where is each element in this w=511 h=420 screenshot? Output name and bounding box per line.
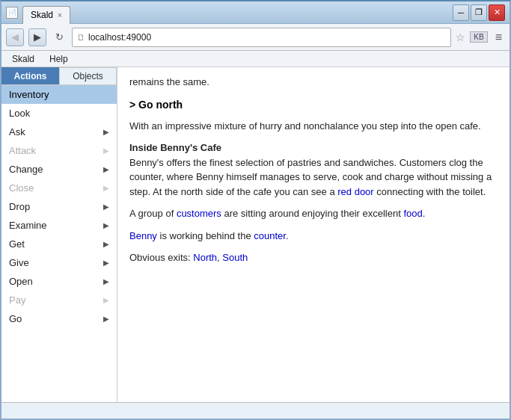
go-north-heading: > Go north [129, 97, 498, 113]
bookmark-star-button[interactable]: ☆ [456, 31, 465, 43]
arrow-icon: ▶ [103, 277, 109, 285]
arrow-icon: ▶ [103, 128, 109, 136]
refresh-button[interactable]: ↻ [51, 29, 67, 46]
menu-help[interactable]: Help [42, 52, 76, 66]
arrow-icon: ▶ [103, 165, 109, 173]
location-name: Inside Benny's Cafe [129, 142, 221, 153]
sidebar: Actions Objects Inventory Look Ask ▶ Att… [1, 67, 117, 402]
sidebar-item-go[interactable]: Go ▶ [1, 309, 117, 328]
sidebar-item-drop[interactable]: Drop ▶ [1, 197, 117, 216]
browser-menu-button[interactable]: ≡ [492, 31, 505, 44]
sidebar-item-ask[interactable]: Ask ▶ [1, 123, 117, 141]
tab-label: Skald [31, 10, 53, 20]
paragraph-exits: Obvious exits: North, South [129, 250, 498, 265]
sidebar-item-examine[interactable]: Examine ▶ [1, 216, 117, 235]
arrow-icon: ▶ [103, 184, 109, 192]
tab-objects[interactable]: Objects [59, 67, 117, 84]
kb-button[interactable]: KB [470, 31, 487, 43]
north-exit-link[interactable]: North [193, 252, 217, 263]
paragraph-customers: A group of customers are sitting around … [129, 206, 498, 221]
restore-button[interactable]: ❐ [471, 4, 487, 21]
arrow-icon: ▶ [103, 315, 109, 323]
sidebar-item-inventory[interactable]: Inventory [1, 85, 117, 104]
window-tab[interactable]: Skald × [22, 6, 70, 24]
food-link[interactable]: food [403, 208, 422, 219]
benny-link[interactable]: Benny [129, 230, 157, 241]
counter-link[interactable]: counter [254, 230, 286, 241]
sidebar-item-pay: Pay ▶ [1, 291, 117, 309]
intro-tail: remains the same. [129, 75, 498, 90]
sidebar-item-open[interactable]: Open ▶ [1, 272, 117, 291]
sidebar-item-close: Close ▶ [1, 179, 117, 197]
arrow-icon: ▶ [103, 296, 109, 304]
tab-actions[interactable]: Actions [1, 67, 59, 84]
sidebar-item-look[interactable]: Look [1, 104, 117, 123]
paragraph-benny: Benny is working behind the counter. [129, 229, 498, 244]
forward-button[interactable]: ▶ [28, 28, 46, 46]
url-bar[interactable]: 🗋 localhost:49000 [72, 28, 451, 47]
south-exit-link[interactable]: South [222, 252, 248, 263]
paragraph-arrival: With an impressive mixture of hurry and … [129, 119, 498, 134]
sidebar-item-change[interactable]: Change ▶ [1, 160, 117, 179]
arrow-icon: ▶ [103, 203, 109, 211]
close-button[interactable]: ✕ [489, 4, 505, 21]
menu-skald[interactable]: Skald [4, 52, 42, 66]
sidebar-item-get[interactable]: Get ▶ [1, 235, 117, 253]
url-text: localhost:49000 [88, 32, 446, 43]
tab-close-button[interactable]: × [58, 11, 62, 19]
sidebar-item-attack: Attack ▶ [1, 141, 117, 160]
paragraph-location: Inside Benny's Cafe Benny's offers the f… [129, 140, 498, 199]
exits-label: Obvious exits: [129, 252, 193, 263]
window-icon: 📄 [6, 7, 18, 19]
sidebar-tabs: Actions Objects [1, 67, 117, 85]
content-area: remains the same. > Go north With an imp… [117, 67, 510, 402]
arrow-icon: ▶ [103, 240, 109, 248]
menu-bar: Skald Help [1, 51, 510, 67]
title-bar: 📄 Skald × ─ ❐ ✕ [1, 1, 510, 24]
arrow-icon: ▶ [103, 221, 109, 229]
red-door-link[interactable]: red door [337, 186, 373, 197]
sidebar-menu: Inventory Look Ask ▶ Attack ▶ Change ▶ [1, 85, 117, 402]
sidebar-item-give[interactable]: Give ▶ [1, 253, 117, 272]
main-area: Actions Objects Inventory Look Ask ▶ Att… [1, 67, 510, 402]
status-bar [1, 402, 510, 419]
minimize-button[interactable]: ─ [453, 4, 469, 21]
arrow-icon: ▶ [103, 259, 109, 267]
customers-link[interactable]: customers [177, 208, 221, 219]
arrow-icon: ▶ [103, 146, 109, 155]
address-bar: ◀ ▶ ↻ 🗋 localhost:49000 ☆ KB ≡ [1, 24, 510, 51]
back-button[interactable]: ◀ [6, 28, 24, 46]
url-icon: 🗋 [77, 33, 85, 42]
